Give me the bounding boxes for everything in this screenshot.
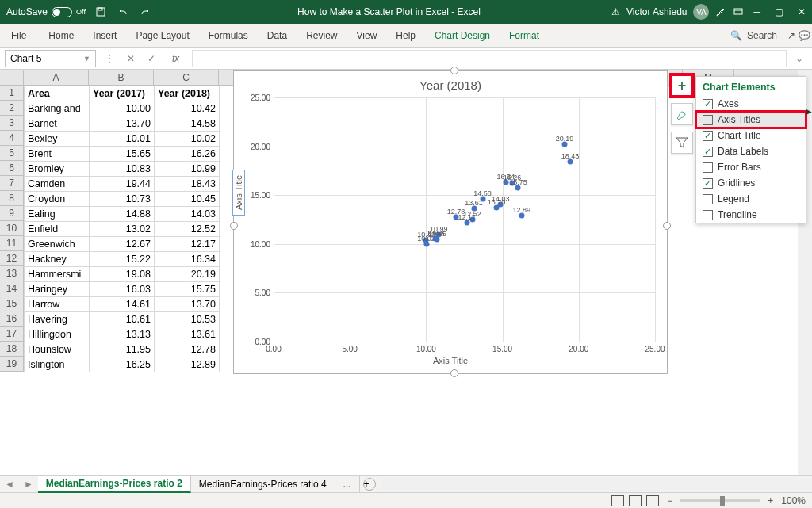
chart-title[interactable]: Year (2018) bbox=[234, 71, 667, 97]
chart-element-item[interactable]: ✓Gridlines bbox=[696, 175, 806, 191]
display-options-icon[interactable] bbox=[733, 6, 744, 17]
cell[interactable]: 20.19 bbox=[155, 267, 220, 282]
chart-object[interactable]: Year (2018) Axis Title 0.005.0010.0015.0… bbox=[233, 70, 668, 374]
tab-formulas[interactable]: Formulas bbox=[199, 25, 258, 46]
cell[interactable]: 12.89 bbox=[155, 357, 220, 372]
undo-icon[interactable] bbox=[117, 6, 128, 17]
x-axis-title[interactable]: Axis Title bbox=[234, 356, 667, 365]
cell[interactable]: 16.34 bbox=[155, 252, 220, 267]
cell[interactable]: Hammersmi bbox=[25, 267, 90, 282]
zoom-in-icon[interactable]: + bbox=[768, 495, 773, 506]
cell[interactable]: Harrow bbox=[25, 297, 90, 312]
cell[interactable]: 16.26 bbox=[155, 147, 220, 162]
cell[interactable]: 12.52 bbox=[155, 222, 220, 237]
cell[interactable]: 13.02 bbox=[90, 222, 155, 237]
cell[interactable]: 10.01 bbox=[90, 132, 155, 147]
tab-help[interactable]: Help bbox=[386, 25, 425, 46]
flyout-arrow-icon[interactable]: ▶ bbox=[806, 107, 812, 116]
row-header[interactable]: 6 bbox=[0, 161, 23, 176]
minimize-icon[interactable]: ─ bbox=[753, 6, 760, 17]
row-header[interactable]: 8 bbox=[0, 191, 23, 206]
cell[interactable]: 14.88 bbox=[90, 207, 155, 222]
row-header[interactable]: 19 bbox=[0, 357, 23, 372]
cell[interactable]: 14.03 bbox=[155, 207, 220, 222]
tab-view[interactable]: View bbox=[347, 25, 387, 46]
col-header[interactable]: A bbox=[24, 70, 89, 85]
cell[interactable]: 10.45 bbox=[155, 192, 220, 207]
table-header-cell[interactable]: Area bbox=[25, 86, 90, 101]
chart-element-item[interactable]: Error Bars bbox=[696, 159, 806, 175]
row-header[interactable]: 18 bbox=[0, 342, 23, 357]
row-header[interactable]: 13 bbox=[0, 266, 23, 281]
row-header[interactable]: 2 bbox=[0, 101, 23, 116]
normal-view-icon[interactable] bbox=[611, 495, 624, 506]
cell[interactable]: 15.75 bbox=[155, 282, 220, 297]
cell[interactable]: 15.65 bbox=[90, 147, 155, 162]
zoom-out-icon[interactable]: − bbox=[667, 495, 672, 506]
zoom-value[interactable]: 100% bbox=[781, 495, 806, 506]
y-axis-title[interactable]: Axis Title bbox=[232, 170, 245, 216]
sheet-nav-right-icon[interactable]: ► bbox=[19, 479, 38, 490]
formula-input[interactable] bbox=[192, 50, 787, 67]
pen-icon[interactable] bbox=[715, 6, 726, 17]
comments-icon[interactable]: 💬 bbox=[798, 29, 810, 42]
row-header[interactable]: 3 bbox=[0, 116, 23, 131]
tab-data[interactable]: Data bbox=[258, 25, 297, 46]
cell[interactable]: Ealing bbox=[25, 207, 90, 222]
cell[interactable]: Bromley bbox=[25, 162, 90, 177]
expand-formula-icon[interactable]: ⌄ bbox=[791, 52, 807, 66]
cell[interactable]: 15.22 bbox=[90, 252, 155, 267]
cell[interactable]: Barking and bbox=[25, 101, 90, 116]
cell[interactable]: Greenwich bbox=[25, 237, 90, 252]
row-header[interactable]: 1 bbox=[0, 86, 23, 101]
chart-element-item[interactable]: ✓Chart Title bbox=[696, 128, 806, 143]
cell[interactable]: Hounslow bbox=[25, 342, 90, 357]
close-icon[interactable]: ✕ bbox=[798, 6, 806, 17]
cell[interactable]: 13.61 bbox=[155, 327, 220, 342]
chart-element-item[interactable]: Legend bbox=[696, 191, 806, 207]
tab-format[interactable]: Format bbox=[500, 25, 549, 46]
chart-filters-button[interactable] bbox=[671, 132, 693, 154]
cell[interactable]: Croydon bbox=[25, 192, 90, 207]
table-header-cell[interactable]: Year (2017) bbox=[90, 86, 155, 101]
cell[interactable]: 16.03 bbox=[90, 282, 155, 297]
chart-element-item[interactable]: Axis Titles bbox=[696, 112, 806, 128]
row-header[interactable]: 17 bbox=[0, 327, 23, 342]
search-box[interactable]: 🔍 Search bbox=[722, 30, 785, 41]
share-icon[interactable]: ↗ bbox=[785, 29, 798, 42]
cell[interactable]: 13.70 bbox=[90, 116, 155, 132]
row-header[interactable]: 9 bbox=[0, 206, 23, 221]
row-header[interactable]: 14 bbox=[0, 281, 23, 296]
name-box[interactable]: Chart 5 ▼ bbox=[5, 50, 96, 67]
tab-file[interactable]: File bbox=[2, 25, 36, 46]
tab-home[interactable]: Home bbox=[39, 25, 83, 46]
cell[interactable]: Brent bbox=[25, 147, 90, 162]
new-sheet-button[interactable]: + bbox=[363, 478, 376, 491]
plot-area[interactable]: 0.005.0010.0015.0020.0025.000.005.0010.0… bbox=[274, 97, 655, 342]
row-header[interactable]: 5 bbox=[0, 146, 23, 161]
cell[interactable]: 10.61 bbox=[90, 312, 155, 327]
select-all-icon[interactable] bbox=[0, 70, 24, 85]
cell[interactable]: 13.13 bbox=[90, 327, 155, 342]
cell[interactable]: Islington bbox=[25, 357, 90, 372]
sheet-tab[interactable]: MedianEarnings-Prices ratio 4 bbox=[191, 476, 335, 492]
chart-element-item[interactable]: Trendline bbox=[696, 207, 806, 223]
enter-icon[interactable]: ✓ bbox=[144, 52, 159, 66]
sheet-tab-active[interactable]: MedianEarnings-Prices ratio 2 bbox=[38, 476, 191, 493]
chart-elements-button[interactable]: + bbox=[671, 74, 693, 97]
tab-chart-design[interactable]: Chart Design bbox=[425, 25, 500, 46]
row-header[interactable]: 7 bbox=[0, 176, 23, 191]
cell[interactable]: 19.44 bbox=[90, 177, 155, 192]
cell[interactable]: 18.43 bbox=[155, 177, 220, 192]
sheet-nav-left-icon[interactable]: ◄ bbox=[0, 479, 19, 490]
save-icon[interactable] bbox=[95, 6, 106, 17]
table-header-cell[interactable]: Year (2018) bbox=[155, 86, 220, 101]
cancel-icon[interactable]: ✕ bbox=[123, 52, 139, 66]
row-header[interactable]: 4 bbox=[0, 131, 23, 146]
user-area[interactable]: ⚠ Victor Ashiedu VA bbox=[611, 4, 745, 20]
cell[interactable]: Barnet bbox=[25, 116, 90, 132]
cell[interactable]: 14.61 bbox=[90, 297, 155, 312]
cell[interactable]: 10.00 bbox=[90, 101, 155, 116]
col-header[interactable]: B bbox=[89, 70, 154, 85]
page-layout-view-icon[interactable] bbox=[629, 495, 642, 506]
